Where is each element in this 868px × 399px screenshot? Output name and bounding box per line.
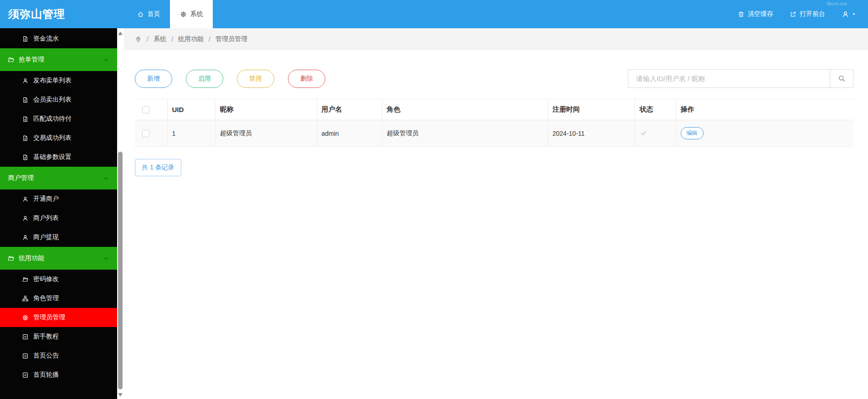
- enable-button[interactable]: 启用: [186, 70, 223, 88]
- total-records-badge[interactable]: 共 1 条记录: [135, 159, 181, 176]
- sidebar-item-label: 商户列表: [33, 214, 59, 222]
- sidebar-item-trade-success-list[interactable]: 交易成功列表: [0, 128, 117, 148]
- home-icon: [137, 11, 144, 18]
- watermark: 8kvm.me: [827, 1, 847, 6]
- admin-table: UID 昵称 用户名 角色 注册时间 状态 操作 1 超级管理员 admin 超…: [135, 99, 853, 147]
- sidebar-item-role-management[interactable]: 角色管理: [0, 289, 117, 308]
- cell-username: admin: [317, 120, 382, 147]
- select-all-checkbox[interactable]: [142, 106, 149, 113]
- sidebar-item-label: 首页轮播: [33, 371, 59, 379]
- sidebar-item-merchant-list[interactable]: 商户列表: [0, 209, 117, 228]
- check-icon: [640, 129, 647, 137]
- sidebar-item-funds-flow[interactable]: 资金流水: [0, 29, 117, 48]
- sidebar-section-label: 统用功能: [19, 254, 44, 262]
- file-icon: [22, 135, 29, 142]
- breadcrumb-item-admin-management[interactable]: 管理员管理: [216, 35, 247, 43]
- sidebar-scrollbar[interactable]: [117, 28, 124, 399]
- sidebar-item-label: 开通商户: [33, 195, 59, 203]
- trash-icon: [738, 11, 745, 18]
- sidebar-item-home-carousel[interactable]: 首页轮播: [0, 365, 117, 384]
- row-checkbox[interactable]: [142, 130, 149, 137]
- clear-cache-label: 清空缓存: [748, 10, 773, 18]
- person-icon: [22, 215, 29, 222]
- sidebar-item-merchant-withdraw[interactable]: 商户提现: [0, 228, 117, 247]
- sidebar-item-label: 匹配成功待付: [33, 115, 72, 123]
- sidebar-section-label: 商户管理: [8, 174, 34, 182]
- cell-nickname: 超级管理员: [215, 120, 317, 147]
- sidebar-item-label: 发布卖单列表: [33, 77, 72, 85]
- search-icon: [838, 75, 846, 82]
- search-input[interactable]: [628, 70, 830, 87]
- sidebar-item-label: 基础参数设置: [33, 153, 72, 161]
- column-header-role: 角色: [382, 99, 548, 120]
- toolbar: 新增 启用 禁用 删除: [135, 69, 853, 88]
- sidebar-item-home-announcement[interactable]: 首页公告: [0, 346, 117, 365]
- sidebar-item-publish-sell-list[interactable]: 发布卖单列表: [0, 71, 117, 90]
- person-icon: [22, 196, 29, 203]
- chevron-down-icon: [103, 175, 109, 181]
- sidebar-item-admin-management[interactable]: 管理员管理: [0, 308, 117, 327]
- clear-cache-button[interactable]: 清空缓存: [738, 10, 773, 18]
- folder-open-icon: [22, 276, 29, 283]
- person-icon: [22, 77, 29, 84]
- bulletin-icon: [22, 333, 29, 340]
- cell-status: [635, 120, 676, 147]
- sidebar-section-label: 抢单管理: [19, 56, 44, 64]
- scroll-down-arrow-icon[interactable]: [118, 393, 123, 397]
- sidebar-item-member-sell-list[interactable]: 会员卖出列表: [0, 90, 117, 109]
- disable-button[interactable]: 禁用: [237, 70, 274, 88]
- breadcrumb: / 系统 / 统用功能 / 管理员管理: [124, 28, 868, 50]
- file-icon: [22, 97, 29, 103]
- search-button[interactable]: [830, 70, 853, 87]
- content: 新增 启用 禁用 删除 UID 昵称 用户: [124, 50, 868, 176]
- tab-home-label: 首页: [148, 10, 160, 18]
- external-link-icon: [790, 11, 796, 18]
- search-box: [628, 69, 853, 88]
- bulletin-icon: [22, 353, 29, 359]
- folder-open-icon: [7, 56, 15, 63]
- tab-home[interactable]: 首页: [127, 0, 170, 28]
- file-icon: [22, 116, 29, 123]
- sidebar-item-label: 角色管理: [33, 294, 59, 302]
- column-header-status: 状态: [635, 99, 676, 120]
- sidebar-item-open-merchant[interactable]: 开通商户: [0, 189, 117, 209]
- column-header-username: 用户名: [317, 99, 382, 120]
- scroll-up-arrow-icon[interactable]: [118, 31, 123, 35]
- top-header: 须弥山管理 首页 系统 清空缓存 打开前台 8kvm.me: [0, 0, 868, 28]
- file-icon: [22, 154, 29, 161]
- column-header-nickname: 昵称: [215, 99, 317, 120]
- sidebar-section-order-grab[interactable]: 抢单管理: [0, 48, 117, 71]
- breadcrumb-item-common-functions[interactable]: 统用功能: [178, 35, 204, 43]
- breadcrumb-item-system[interactable]: 系统: [154, 35, 166, 43]
- sidebar-item-label: 首页公告: [33, 352, 59, 360]
- sitemap-icon: [22, 295, 29, 302]
- user-menu[interactable]: [842, 10, 856, 18]
- cell-role: 超级管理员: [382, 120, 548, 147]
- sidebar-item-label: 会员卖出列表: [33, 96, 72, 104]
- sidebar-item-match-pending-pay[interactable]: 匹配成功待付: [0, 109, 117, 128]
- cell-regtime: 2024-10-11: [548, 120, 635, 147]
- sidebar-item-label: 商户提现: [33, 233, 59, 241]
- sidebar-item-label: 新手教程: [33, 332, 59, 341]
- tab-system[interactable]: 系统: [170, 0, 213, 28]
- caret-down-icon: [852, 12, 856, 16]
- edit-button[interactable]: 编辑: [681, 127, 704, 139]
- sidebar-item-label: 资金流水: [33, 35, 59, 43]
- sidebar-item-password-change[interactable]: 密码修改: [0, 270, 117, 289]
- bulletin-icon: [22, 372, 29, 379]
- sidebar-item-label: 密码修改: [33, 275, 59, 283]
- add-button[interactable]: 新增: [135, 70, 172, 88]
- delete-button[interactable]: 删除: [288, 70, 325, 88]
- sidebar-item-basic-params[interactable]: 基础参数设置: [0, 148, 117, 167]
- user-icon: [842, 10, 849, 18]
- open-frontend-button[interactable]: 打开前台: [790, 10, 825, 18]
- sidebar-section-merchant[interactable]: 商户管理: [0, 167, 117, 189]
- scrollbar-thumb[interactable]: [118, 152, 123, 389]
- chevron-down-icon: [103, 57, 109, 63]
- cell-action: 编辑: [676, 120, 853, 147]
- sidebar-section-common-functions[interactable]: 统用功能: [0, 247, 117, 270]
- app-logo: 须弥山管理: [0, 0, 127, 28]
- sidebar-item-beginner-tutorial[interactable]: 新手教程: [0, 327, 117, 346]
- header-actions: 清空缓存 打开前台: [738, 0, 868, 28]
- breadcrumb-separator: /: [209, 36, 211, 43]
